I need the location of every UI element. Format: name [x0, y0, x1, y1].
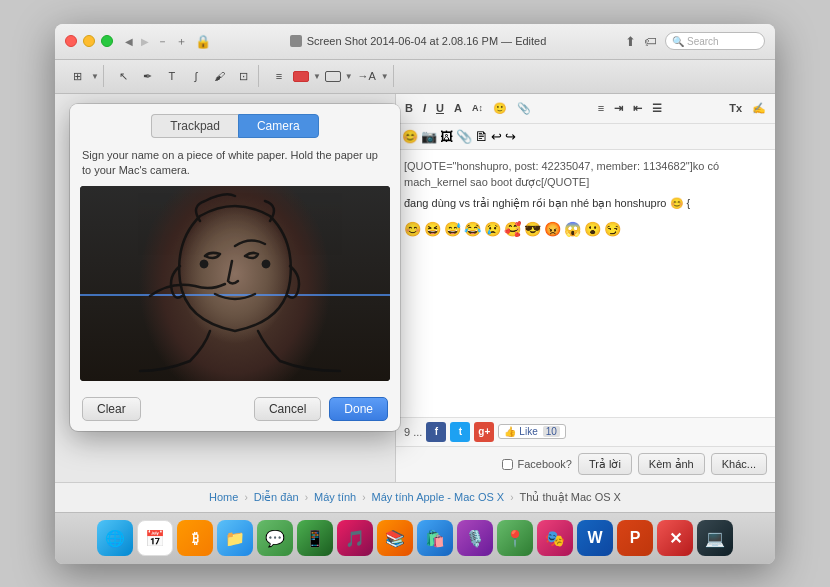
- signature-overlay: [80, 186, 390, 381]
- emoji-4: 😂: [464, 219, 481, 240]
- zoom-in-icon[interactable]: ＋: [176, 34, 187, 49]
- list-tool-button[interactable]: ≡: [269, 66, 289, 86]
- nav-forward-icon: ▶: [141, 36, 149, 47]
- emoji-9: 😱: [564, 219, 581, 240]
- facebook-check: Facebook?: [502, 458, 571, 470]
- breadcrumb-mac[interactable]: Máy tính Apple - Mac OS X: [372, 491, 505, 503]
- breadcrumb-sep-3: ›: [362, 492, 365, 503]
- align-left-button[interactable]: ≡: [595, 101, 607, 115]
- maximize-button[interactable]: [101, 35, 113, 47]
- dock-facetime[interactable]: 📱: [297, 520, 333, 556]
- curve-tool-button[interactable]: ∫: [186, 66, 206, 86]
- outline-rect-tool[interactable]: [325, 71, 341, 82]
- more-button[interactable]: Khác...: [711, 453, 767, 475]
- bold-button[interactable]: B: [402, 101, 416, 115]
- grid-view-button[interactable]: ⊞: [67, 66, 87, 86]
- reply-button[interactable]: Trả lời: [578, 453, 632, 475]
- media-button[interactable]: 📎: [514, 101, 534, 116]
- emoji-btn-2[interactable]: 📷: [421, 129, 437, 144]
- emoji-7: 😎: [524, 219, 541, 240]
- plain-text-button[interactable]: Tx: [726, 101, 745, 115]
- redo-button[interactable]: ↪: [505, 129, 516, 144]
- like-count: 10: [543, 426, 560, 437]
- font-size-button[interactable]: A↕: [469, 102, 486, 114]
- editor-content[interactable]: [QUOTE="honshupro, post: 42235047, membe…: [396, 150, 775, 417]
- zoom-out-icon[interactable]: －: [157, 34, 168, 49]
- dropdown-arrow: ▼: [91, 72, 99, 81]
- search-placeholder: Search: [687, 36, 719, 47]
- dock-podcast[interactable]: 🎙️: [457, 520, 493, 556]
- breadcrumb-sep-4: ›: [510, 492, 513, 503]
- italic-button[interactable]: I: [420, 101, 429, 115]
- emoji-btn-5[interactable]: 🖹: [475, 129, 488, 144]
- googleplus-share-icon[interactable]: g+: [474, 422, 494, 442]
- dock-word[interactable]: W: [577, 520, 613, 556]
- search-box[interactable]: 🔍 Search: [665, 32, 765, 50]
- breadcrumb-computer[interactable]: Máy tính: [314, 491, 356, 503]
- dock-finder[interactable]: 📁: [217, 520, 253, 556]
- cancel-button[interactable]: Cancel: [254, 397, 321, 421]
- dock-close[interactable]: ✕: [657, 520, 693, 556]
- done-button[interactable]: Done: [329, 397, 388, 421]
- facebook-share-icon[interactable]: f: [426, 422, 446, 442]
- signature-button[interactable]: ✍: [749, 101, 769, 116]
- underline-button[interactable]: U: [433, 101, 447, 115]
- image-button[interactable]: Kèm ảnh: [638, 453, 705, 475]
- signature-dialog: Trackpad Camera Sign your name on a piec…: [70, 104, 400, 432]
- crop-tool-button[interactable]: ⊡: [234, 66, 254, 86]
- lock-icon: 🔒: [195, 34, 211, 49]
- close-button[interactable]: [65, 35, 77, 47]
- emoji-row: 😊 😆 😅 😂 😢 🥰 😎 😡 😱 😮 😏: [404, 219, 767, 240]
- breadcrumb-bar: Home › Diễn đàn › Máy tính › Máy tính Ap…: [55, 482, 775, 512]
- main-toolbar: ⊞ ▼ ↖ ✒ T ∫ 🖌 ⊡ ≡ ▼ ▼ →A ▼: [55, 60, 775, 94]
- font-color-button[interactable]: A: [451, 101, 465, 115]
- indent-button[interactable]: ⇥: [611, 101, 626, 116]
- dialog-instruction: Sign your name on a piece of white paper…: [70, 144, 400, 187]
- rect-tool[interactable]: [293, 71, 309, 82]
- paint-tool-button[interactable]: 🖌: [210, 66, 230, 86]
- pen-tool-button[interactable]: ✒: [138, 66, 158, 86]
- dock-powerpoint[interactable]: P: [617, 520, 653, 556]
- dock-appstore[interactable]: 🛍️: [417, 520, 453, 556]
- breadcrumb-current: Thủ thuật Mac OS X: [520, 491, 621, 504]
- emoji-11: 😏: [604, 219, 621, 240]
- tool-group-1: ↖ ✒ T ∫ 🖌 ⊡: [110, 65, 259, 87]
- dock-itunes[interactable]: 🎵: [337, 520, 373, 556]
- view-controls: ⊞ ▼: [63, 65, 104, 87]
- select-tool-button[interactable]: ↖: [114, 66, 134, 86]
- share-icon[interactable]: ⬆: [625, 34, 636, 49]
- dock-maps[interactable]: 📍: [497, 520, 533, 556]
- emoji-btn-3[interactable]: 🖼: [440, 129, 453, 144]
- clear-button[interactable]: Clear: [82, 397, 141, 421]
- list-button[interactable]: ☰: [649, 101, 665, 116]
- dock-bitcoin[interactable]: ₿: [177, 520, 213, 556]
- text-tool-button[interactable]: T: [162, 66, 182, 86]
- facebook-checkbox[interactable]: [502, 459, 513, 470]
- outdent-button[interactable]: ⇤: [630, 101, 645, 116]
- emoji-btn-1[interactable]: 😊: [402, 129, 418, 144]
- dock-terminal[interactable]: 💻: [697, 520, 733, 556]
- camera-tab[interactable]: Camera: [238, 114, 319, 138]
- smilies-button[interactable]: 🙂: [490, 101, 510, 116]
- breadcrumb-home[interactable]: Home: [209, 491, 238, 503]
- camera-view: [80, 186, 390, 381]
- editor-panel: B I U A A↕ 🙂 📎 ≡ ⇥ ⇤ ☰ Tx ✍ 😊 📷 🖼: [395, 94, 775, 482]
- dock-calendar[interactable]: 📅: [137, 520, 173, 556]
- emoji-3: 😅: [444, 219, 461, 240]
- minimize-button[interactable]: [83, 35, 95, 47]
- emoji-5: 😢: [484, 219, 501, 240]
- nav-icon: ◀: [125, 36, 133, 47]
- dock-messages[interactable]: 💬: [257, 520, 293, 556]
- breadcrumb-forum[interactable]: Diễn đàn: [254, 491, 299, 504]
- dock-safari[interactable]: 🌐: [97, 520, 133, 556]
- tag-icon[interactable]: 🏷: [644, 34, 657, 49]
- dock-ibooks[interactable]: 📚: [377, 520, 413, 556]
- trackpad-tab[interactable]: Trackpad: [151, 114, 238, 138]
- undo-button[interactable]: ↩: [491, 129, 502, 144]
- arrow-tool-button[interactable]: →A: [357, 66, 377, 86]
- editor-toolbar-row2: 😊 📷 🖼 📎 🖹 ↩ ↪: [396, 124, 775, 150]
- twitter-share-icon[interactable]: t: [450, 422, 470, 442]
- emoji-btn-4[interactable]: 📎: [456, 129, 472, 144]
- like-button[interactable]: 👍 Like 10: [498, 424, 565, 439]
- dock-misc1[interactable]: 🎭: [537, 520, 573, 556]
